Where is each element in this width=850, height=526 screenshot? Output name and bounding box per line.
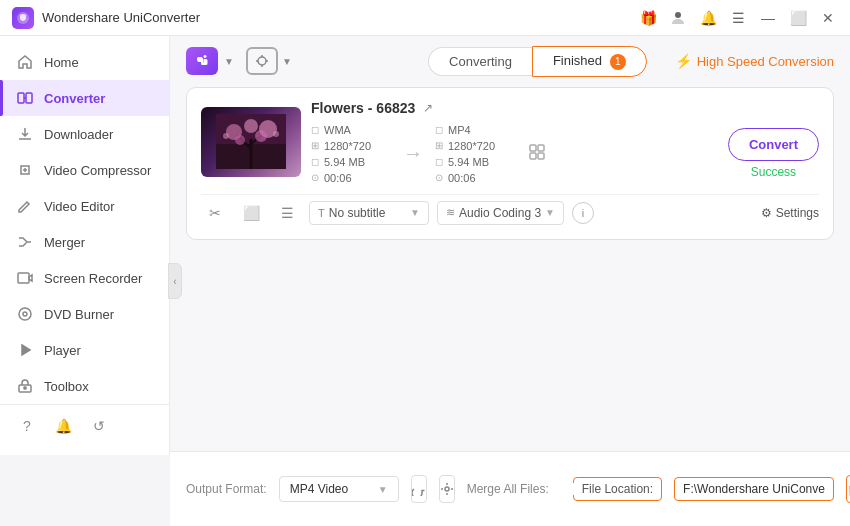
feedback-icon[interactable]: ↺ <box>88 415 110 437</box>
file-path-input[interactable] <box>674 477 834 501</box>
subtitle-value: No subtitle <box>329 206 386 220</box>
cut-icon-btn[interactable]: ✂ <box>201 199 229 227</box>
sidebar-label-toolbox: Toolbox <box>44 379 89 394</box>
sidebar-item-video-compressor[interactable]: Video Compressor <box>0 152 169 188</box>
menu-icon[interactable]: ☰ <box>728 8 748 28</box>
svg-rect-30 <box>538 153 544 159</box>
sidebar-item-screen-recorder[interactable]: Screen Recorder <box>0 260 169 296</box>
success-status: Success <box>751 165 796 179</box>
refresh-settings-icon[interactable] <box>411 475 427 503</box>
tab-converting[interactable]: Converting <box>428 47 532 76</box>
sidebar-label-downloader: Downloader <box>44 127 113 142</box>
file-card-bottom: ✂ ⬜ ☰ T No subtitle ▼ ≋ Audio Coding 3 ▼… <box>201 194 819 227</box>
format-settings-icon[interactable] <box>527 142 547 166</box>
sidebar-item-merger[interactable]: Merger <box>0 224 169 260</box>
svg-rect-8 <box>24 387 26 389</box>
bottom-bar: Output Format: MP4 Video ▼ Merge All Fil… <box>170 451 850 526</box>
downloader-icon <box>16 125 34 143</box>
high-speed-button[interactable]: ⚡ High Speed Conversion <box>675 53 834 69</box>
subtitle-dropdown-arrow: ▼ <box>410 207 420 218</box>
audio-select[interactable]: ≋ Audio Coding 3 ▼ <box>437 201 564 225</box>
help-icon[interactable]: ? <box>16 415 38 437</box>
settings-preset-icon[interactable] <box>439 475 455 503</box>
add-files-icon <box>186 47 218 75</box>
titlebar-controls: 🎁 🔔 ☰ — ⬜ ✕ <box>638 8 838 28</box>
target-resolution: ⊞ 1280*720 <box>435 140 515 152</box>
toolbox-icon <box>16 377 34 395</box>
titlebar: Wondershare UniConverter 🎁 🔔 ☰ — ⬜ ✕ <box>0 0 850 36</box>
file-thumbnail <box>201 107 301 177</box>
size-icon: ◻ <box>311 156 319 167</box>
resolution-icon: ⊞ <box>311 140 319 151</box>
audio-waveform-icon: ≋ <box>446 206 455 219</box>
sidebar-item-home[interactable]: Home <box>0 44 169 80</box>
add-files-dropdown-arrow: ▼ <box>224 56 234 67</box>
maximize-icon[interactable]: ⬜ <box>788 8 808 28</box>
svg-point-24 <box>255 130 267 142</box>
source-size: ◻ 5.94 MB <box>311 156 391 168</box>
convert-button[interactable]: Convert <box>728 128 819 161</box>
sidebar-label-dvd: DVD Burner <box>44 307 114 322</box>
sidebar-item-dvd-burner[interactable]: DVD Burner <box>0 296 169 332</box>
add-screen-button[interactable]: ▼ <box>246 47 292 75</box>
sidebar-label-home: Home <box>44 55 79 70</box>
target-duration: ⊙ 00:06 <box>435 172 515 184</box>
sidebar-label-player: Player <box>44 343 81 358</box>
output-format-arrow: ▼ <box>378 484 388 495</box>
settings-label: Settings <box>776 206 819 220</box>
close-icon[interactable]: ✕ <box>818 8 838 28</box>
source-resolution: ⊞ 1280*720 <box>311 140 391 152</box>
crop-icon-btn[interactable]: ⬜ <box>237 199 265 227</box>
sidebar-label-recorder: Screen Recorder <box>44 271 142 286</box>
file-title-row: Flowers - 66823 ↗ <box>311 100 819 116</box>
sidebar-item-player[interactable]: Player <box>0 332 169 368</box>
user-icon[interactable] <box>668 8 688 28</box>
sidebar-footer: ? 🔔 ↺ <box>0 404 169 447</box>
sidebar-collapse-btn[interactable]: ‹ <box>168 263 182 299</box>
high-speed-label: High Speed Conversion <box>697 54 834 69</box>
target-duration-icon: ⊙ <box>435 172 443 183</box>
sidebar-item-converter[interactable]: Converter <box>0 80 169 116</box>
sidebar-label-editor: Video Editor <box>44 199 115 214</box>
more-icon-btn[interactable]: ☰ <box>273 199 301 227</box>
settings-button[interactable]: ⚙ Settings <box>761 206 819 220</box>
svg-rect-4 <box>18 273 29 283</box>
folder-open-button[interactable]: 📁 <box>846 475 850 503</box>
svg-point-31 <box>445 487 449 491</box>
file-list: Flowers - 66823 ↗ ◻ WMA <box>170 87 850 452</box>
subtitle-select[interactable]: T No subtitle ▼ <box>309 201 429 225</box>
output-format-select[interactable]: MP4 Video ▼ <box>279 476 399 502</box>
format-icon: ◻ <box>311 124 319 135</box>
subtitle-icon: T <box>318 207 325 219</box>
bell-icon[interactable]: 🔔 <box>698 8 718 28</box>
gift-icon[interactable]: 🎁 <box>638 8 658 28</box>
info-icon-btn[interactable]: i <box>572 202 594 224</box>
tab-finished[interactable]: Finished 1 <box>532 46 647 77</box>
editor-icon <box>16 197 34 215</box>
add-files-button[interactable]: ▼ <box>186 47 234 75</box>
minimize-icon[interactable]: — <box>758 8 778 28</box>
tab-finished-badge: 1 <box>610 54 626 70</box>
settings-gear-icon: ⚙ <box>761 206 772 220</box>
sidebar-item-toolbox[interactable]: Toolbox <box>0 368 169 404</box>
audio-value: Audio Coding 3 <box>459 206 541 220</box>
sidebar-label-compressor: Video Compressor <box>44 163 151 178</box>
sidebar: Home Converter Downloader Video Compress… <box>0 36 170 455</box>
notification-icon[interactable]: 🔔 <box>52 415 74 437</box>
output-format-value: MP4 Video <box>290 482 348 496</box>
svg-rect-28 <box>538 145 544 151</box>
sidebar-item-downloader[interactable]: Downloader <box>0 116 169 152</box>
add-screen-dropdown-arrow: ▼ <box>282 56 292 67</box>
convert-button-area: Convert Success <box>728 128 819 179</box>
add-screen-icon <box>246 47 278 75</box>
compressor-icon <box>16 161 34 179</box>
target-size: ◻ 5.94 MB <box>435 156 515 168</box>
source-format: ◻ WMA <box>311 124 391 136</box>
thumbnail-image <box>201 107 301 177</box>
sidebar-item-video-editor[interactable]: Video Editor <box>0 188 169 224</box>
target-format-icon: ◻ <box>435 124 443 135</box>
file-location-label: File Location: <box>573 477 662 501</box>
svg-rect-3 <box>26 93 32 103</box>
open-file-icon[interactable]: ↗ <box>423 101 433 115</box>
tab-finished-label: Finished <box>553 53 602 68</box>
